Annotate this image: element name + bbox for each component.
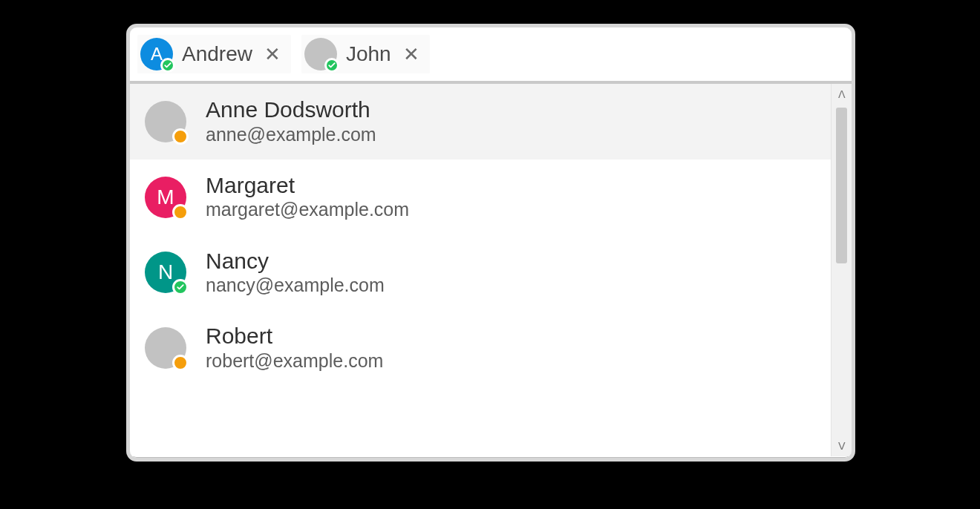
avatar [145, 101, 186, 142]
avatar: N [145, 252, 186, 293]
avatar: A [140, 38, 173, 70]
list-item-text: Nancy nancy@example.com [206, 249, 385, 298]
avatar [145, 327, 186, 369]
chevron-up-icon[interactable]: ᐱ [832, 84, 852, 105]
list-item[interactable]: N Nancy nancy@example.com [130, 235, 831, 311]
contact-email: robert@example.com [206, 349, 383, 372]
list-item-text: Anne Dodsworth anne@example.com [206, 97, 376, 146]
scrollbar[interactable]: ᐱ ᐯ [831, 84, 852, 456]
contact-name: Nancy [206, 249, 385, 275]
avatar-initial: M [157, 185, 174, 209]
contact-email: anne@example.com [206, 123, 376, 146]
chevron-down-icon[interactable]: ᐯ [832, 436, 852, 456]
contact-name: Margaret [206, 173, 409, 199]
contact-name: Anne Dodsworth [206, 97, 376, 123]
list-item[interactable]: Robert robert@example.com [130, 310, 831, 386]
list-item[interactable]: Anne Dodsworth anne@example.com [130, 84, 831, 160]
status-badge-icon [172, 279, 189, 295]
suggestion-area: Anne Dodsworth anne@example.com M Margar… [130, 84, 852, 456]
status-badge-icon [160, 58, 175, 73]
token-john[interactable]: John ✕ [301, 35, 430, 73]
status-badge-icon [172, 204, 189, 220]
suggestion-list: Anne Dodsworth anne@example.com M Margar… [130, 84, 831, 456]
list-item[interactable]: M Margaret margaret@example.com [130, 160, 831, 235]
contact-picker-panel: A Andrew ✕ John ✕ [126, 24, 855, 462]
selected-tokens-row[interactable]: A Andrew ✕ John ✕ [130, 27, 852, 84]
status-badge-icon [172, 355, 189, 371]
avatar: M [145, 177, 186, 218]
token-andrew[interactable]: A Andrew ✕ [137, 35, 291, 73]
contact-email: margaret@example.com [206, 198, 409, 221]
avatar [304, 38, 337, 70]
contact-email: nancy@example.com [206, 274, 385, 297]
token-label: Andrew [182, 42, 252, 66]
token-label: John [346, 42, 391, 66]
list-item-text: Robert robert@example.com [206, 324, 383, 372]
scrollbar-track[interactable] [832, 105, 852, 436]
list-item-text: Margaret margaret@example.com [206, 173, 409, 222]
status-badge-icon [172, 128, 189, 145]
close-icon[interactable]: ✕ [261, 45, 284, 64]
close-icon[interactable]: ✕ [400, 45, 422, 64]
status-badge-icon [324, 58, 339, 73]
contact-name: Robert [206, 324, 383, 349]
scrollbar-thumb[interactable] [836, 108, 847, 263]
avatar-initial: N [158, 260, 173, 284]
